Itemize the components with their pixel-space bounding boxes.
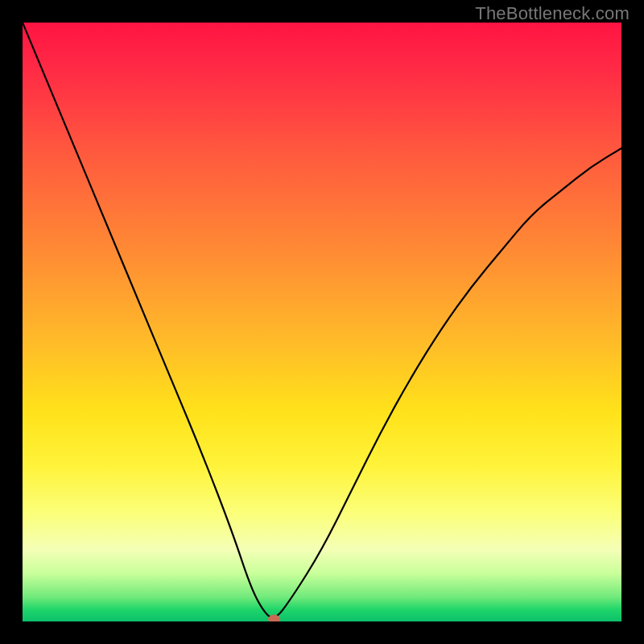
bottleneck-curve-line [23, 23, 621, 617]
bottleneck-curve-svg [23, 23, 621, 621]
minimum-marker [269, 615, 280, 621]
watermark-label: TheBottleneck.com [475, 3, 630, 24]
plot-area [23, 23, 621, 621]
chart-frame: TheBottleneck.com [0, 0, 644, 644]
